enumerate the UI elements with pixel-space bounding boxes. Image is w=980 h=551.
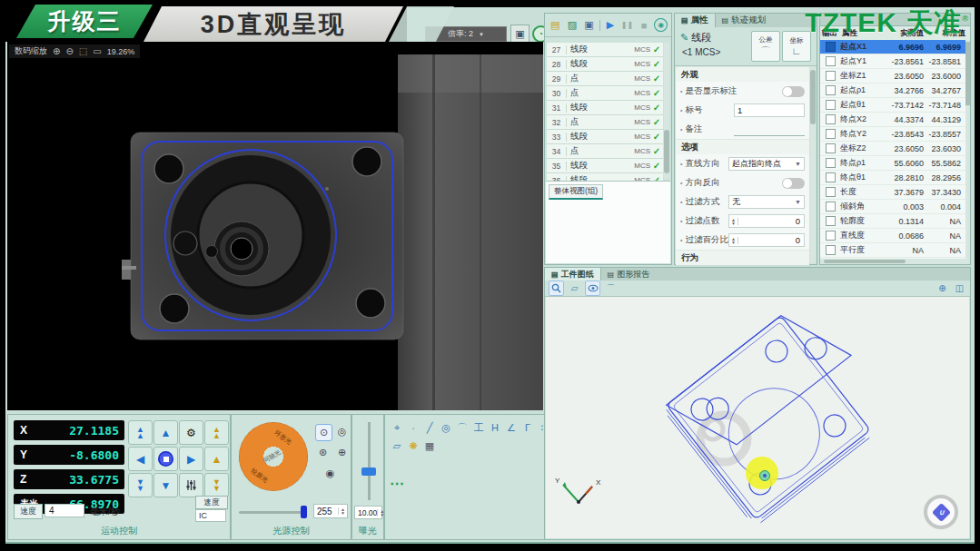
circle-tool-icon[interactable]: ◎ [439, 420, 453, 435]
visibility-eye-icon[interactable] [585, 280, 600, 296]
result-row[interactable]: 起点θ1 -73.7142 -73.7148 [820, 98, 965, 113]
step-row[interactable]: 31 线段 MCS ✓ [547, 101, 663, 115]
construct-tool-icon[interactable]: ❋ [406, 438, 421, 453]
angle-tool-icon[interactable]: ∠ [504, 420, 519, 435]
filter-percent-spinbox[interactable]: ▲▼0 [728, 233, 805, 247]
speed-input[interactable]: 4 [45, 504, 84, 517]
exposure-slider-handle[interactable] [361, 467, 376, 476]
output-checkbox[interactable] [826, 231, 836, 241]
z-light-down-button[interactable]: ▼▼ [204, 473, 229, 497]
profile-curve-icon[interactable]: ⌒ [604, 281, 618, 295]
output-checkbox[interactable] [826, 71, 836, 81]
light-mode-3-icon[interactable]: ⊛ [315, 445, 331, 460]
properties-scrollbar[interactable] [810, 66, 816, 263]
output-checkbox[interactable] [826, 187, 836, 197]
output-checkbox[interactable] [826, 56, 836, 66]
result-row[interactable]: 轮廓度 0.1314 NA [820, 214, 965, 229]
result-row[interactable]: 倾斜角 0.003 0.004 [820, 200, 965, 214]
filter-points-spinbox[interactable]: ▲▼0 [728, 214, 805, 228]
reverse-direction-toggle[interactable] [782, 178, 805, 189]
motion-settings-button[interactable]: ⚙ [179, 420, 203, 445]
brightness-slider-track[interactable] [239, 511, 306, 514]
note-input[interactable] [734, 123, 805, 136]
output-checkbox[interactable] [826, 216, 836, 226]
light-mode-1-icon[interactable]: ⊙ [315, 424, 332, 441]
result-row[interactable]: 起点X1 6.9696 6.9699 [820, 40, 965, 54]
output-checkbox[interactable] [826, 172, 836, 182]
tab-workpiece-drawing[interactable]: ▤工件图纸 [545, 268, 601, 280]
arc-tool-icon[interactable]: ⌒ [455, 420, 470, 435]
result-row[interactable]: 长度 37.3679 37.3430 [820, 185, 965, 200]
step-row[interactable]: 34 点 MCS ✓ [547, 144, 663, 159]
result-row[interactable]: 起点ρ1 34.2766 34.2767 [820, 84, 965, 98]
tolerance-button[interactable]: 公差⌒ [751, 31, 780, 62]
speed2-input[interactable]: IC [195, 509, 226, 522]
output-checkbox[interactable] [826, 245, 836, 255]
more-tools-icon[interactable]: ⋯ [390, 475, 404, 492]
z-light-mid-button[interactable]: ▲ [204, 447, 229, 471]
light-mode-5-icon[interactable]: ◉ [322, 466, 338, 481]
zoom-in-icon[interactable]: ⊕ [53, 46, 60, 56]
result-row[interactable]: 平行度 NA NA [820, 243, 965, 258]
step-row[interactable]: 30 点 MCS ✓ [547, 86, 663, 101]
output-checkbox[interactable] [826, 202, 836, 212]
spinner-arrows-icon[interactable]: ▲▼ [338, 507, 347, 515]
result-row[interactable]: 终点θ1 28.2810 28.2956 [820, 171, 965, 185]
tab-graphic-report[interactable]: ▤图形报告 [601, 268, 657, 280]
ring-light-indicator[interactable]: 环形光 同轴光 轮廓光 [239, 422, 308, 491]
new-program-icon[interactable]: ▤ [549, 18, 562, 32]
view-layout-icon[interactable]: ◫ [953, 281, 966, 295]
step-row[interactable]: 28 线段 MCS ✓ [547, 57, 663, 72]
result-row[interactable]: 起点Y1 -23.8561 -23.8581 [820, 54, 965, 69]
results-vscrollbar[interactable] [965, 40, 970, 259]
results-hscrollbar[interactable] [820, 259, 970, 264]
filter-mode-select[interactable]: 无▼ [728, 195, 805, 209]
spinner-arrows-icon[interactable]: ▲▼ [729, 218, 738, 225]
spinner-arrows-icon[interactable]: ▲▼ [729, 237, 738, 244]
exposure-slider-track[interactable] [368, 422, 371, 500]
output-checkbox[interactable] [826, 42, 836, 52]
zoom-select-icon[interactable] [549, 280, 564, 296]
point-tool-icon[interactable]: ∙ [406, 420, 421, 435]
steps-scrollbar[interactable] [664, 43, 669, 179]
corner-tool-icon[interactable]: Γ [520, 420, 535, 435]
brightness-slider-handle[interactable] [301, 506, 307, 518]
light-mode-4-icon[interactable]: ⊕ [334, 445, 350, 460]
line-tool-icon[interactable]: ╱ [422, 420, 437, 435]
jog-x-right-button[interactable]: ▶ [179, 447, 203, 471]
stop-icon[interactable]: ■ [638, 18, 651, 32]
zoom-out-icon[interactable]: ⊖ [65, 46, 73, 56]
fit-view-icon[interactable]: ⬚ [79, 46, 87, 56]
line-direction-select[interactable]: 起点指向终点▼ [728, 157, 805, 171]
exposure-spinbox[interactable]: 10.00 ▲▼ [354, 506, 382, 519]
result-row[interactable]: 终点ρ1 55.6060 55.5862 [820, 156, 965, 171]
camera-viewport[interactable]: 数码缩放 ⊕ ⊖ ⬚ ▭ 19.26% [7, 42, 543, 410]
jog-z-up-fast-button[interactable]: ▲▲ [128, 420, 153, 445]
pan-page-icon[interactable]: ▱ [568, 281, 581, 295]
motion-stop-button[interactable] [153, 447, 178, 471]
jog-y-down-button[interactable]: ▼ [153, 473, 178, 497]
save-program-icon[interactable]: ▣ [582, 18, 596, 32]
assistant-button[interactable]: ∪ [924, 495, 958, 529]
step-row[interactable]: 33 线段 MCS ✓ [547, 130, 663, 144]
output-checkbox[interactable] [826, 85, 836, 95]
cad-canvas[interactable]: Y X ∪ [546, 297, 969, 538]
distance-tool-icon[interactable]: 工 [471, 420, 486, 435]
run-icon[interactable]: ▶ [604, 18, 618, 32]
index-input[interactable]: 1 [734, 103, 805, 117]
show-annotation-toggle[interactable] [782, 86, 805, 97]
step-row[interactable]: 29 点 MCS ✓ [547, 72, 663, 86]
jog-x-left-button[interactable]: ◀ [128, 447, 153, 471]
output-checkbox[interactable] [826, 143, 836, 153]
z-light-up-button[interactable]: ▲▲ [204, 420, 229, 445]
calculator-tool-icon[interactable]: ▦ [422, 438, 437, 453]
width-tool-icon[interactable]: H [488, 420, 502, 435]
camera-capture-button[interactable]: ▣ [510, 25, 530, 43]
output-checkbox[interactable] [826, 129, 836, 139]
jog-z-down-fast-button[interactable]: ▼▼ [128, 473, 153, 497]
actual-size-icon[interactable]: ▭ [93, 46, 101, 56]
result-row[interactable]: 终点X2 44.3374 44.3129 [820, 113, 965, 127]
pause-icon[interactable]: ❚❚ [620, 18, 634, 32]
open-program-icon[interactable]: ▨ [566, 18, 579, 32]
overall-view-tab[interactable]: 整体视图(组) [549, 184, 603, 200]
